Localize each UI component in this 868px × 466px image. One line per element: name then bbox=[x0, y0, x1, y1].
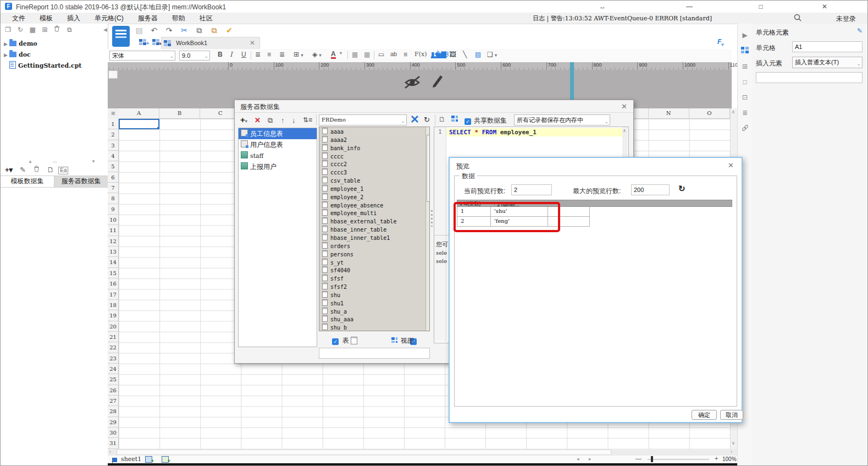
db-table-item[interactable]: cccc3 bbox=[319, 168, 429, 176]
connection-config-icon[interactable] bbox=[411, 115, 419, 125]
bias-cell-icon[interactable]: ▤ bbox=[475, 51, 481, 58]
font-size-select[interactable]: 9.0⌄ bbox=[179, 51, 210, 61]
fv-parameter-icon[interactable]: Fv bbox=[717, 38, 724, 47]
row-header[interactable]: 19 bbox=[108, 310, 119, 321]
table-list-scroll-thumb[interactable] bbox=[427, 135, 430, 202]
row-header[interactable]: 4 bbox=[108, 151, 119, 161]
row-header[interactable]: 13 bbox=[108, 246, 119, 257]
db-table-item[interactable]: sf4040 bbox=[319, 266, 429, 274]
cut-icon[interactable]: ✂ bbox=[178, 26, 191, 35]
row-header[interactable]: 16 bbox=[108, 278, 119, 289]
font-color-icon[interactable]: A bbox=[331, 51, 336, 59]
db-table-item[interactable]: employee_1 bbox=[319, 184, 429, 193]
font-family-select[interactable]: 宋体⌄ bbox=[109, 51, 175, 61]
text-control-icon[interactable]: ab bbox=[390, 51, 397, 57]
zoom-out-icon[interactable]: — bbox=[635, 455, 642, 462]
widget-icon[interactable]: ❑ ▾ bbox=[487, 51, 497, 58]
row-header[interactable]: 23 bbox=[108, 353, 119, 364]
bold-button[interactable]: B bbox=[218, 51, 223, 58]
collapse-left-panel-icon[interactable]: ◀ bbox=[103, 27, 107, 32]
scroll-left-icon[interactable]: ‹ bbox=[109, 449, 111, 454]
hide-parameter-pane-icon[interactable] bbox=[403, 75, 421, 91]
cell-style-icon[interactable]: ▭ bbox=[378, 51, 384, 58]
selected-cell-a1[interactable] bbox=[119, 119, 159, 129]
db-table-item[interactable]: hbase_inner_table bbox=[319, 225, 429, 233]
remove-dataset-button[interactable]: ✕ bbox=[255, 116, 261, 124]
db-table-item[interactable]: cccc bbox=[319, 152, 429, 160]
align-center-icon[interactable]: ≡ bbox=[267, 51, 271, 58]
copy-template-icon[interactable]: ⧉ bbox=[64, 26, 75, 34]
prev-sheet-icon[interactable]: ◂ bbox=[577, 456, 579, 462]
row-header[interactable]: 3 bbox=[108, 140, 119, 151]
redo-icon[interactable]: ↷ bbox=[163, 26, 176, 35]
table-filter-input[interactable] bbox=[319, 348, 430, 359]
rich-text-icon[interactable]: ≡ bbox=[403, 51, 407, 58]
tab-workbook1[interactable]: WorkBook1 ✕ bbox=[161, 37, 260, 50]
refresh-preview-icon[interactable]: ↻ bbox=[678, 184, 685, 194]
db-table-item[interactable]: sfsf2 bbox=[319, 282, 429, 290]
db-table-item[interactable]: hbase_external_table bbox=[319, 217, 429, 225]
cell-content-input[interactable] bbox=[756, 72, 863, 83]
new-grid-report-icon[interactable]: + bbox=[139, 39, 149, 47]
row-header[interactable]: 31 bbox=[108, 438, 119, 448]
edit-dataset-icon[interactable]: ✎ bbox=[16, 166, 29, 174]
ok-button[interactable]: 确定 bbox=[692, 410, 717, 420]
window-restore-icon[interactable]: ↔ bbox=[594, 2, 611, 12]
formula-icon[interactable]: F(x) bbox=[414, 51, 427, 58]
move-up-button[interactable]: ↑ bbox=[281, 116, 285, 124]
format-painter-icon[interactable]: ✔ bbox=[223, 26, 236, 35]
column-header[interactable]: A bbox=[119, 108, 159, 119]
add-dataset-button[interactable]: +▾ bbox=[3, 166, 15, 174]
undo-icon[interactable]: ↶ bbox=[147, 26, 161, 35]
widget-settings-tab-icon[interactable]: ⊡ bbox=[738, 94, 752, 101]
db-table-item[interactable]: s_yt bbox=[319, 258, 429, 266]
row-header[interactable]: 22 bbox=[108, 342, 119, 353]
db-table-item[interactable]: shu bbox=[319, 290, 429, 299]
db-table-item[interactable]: aaaa2 bbox=[319, 135, 429, 144]
sort-button[interactable]: ⇅≡ bbox=[303, 116, 312, 124]
max-rows-input[interactable] bbox=[631, 184, 670, 195]
add-chart-sheet-icon[interactable]: + bbox=[162, 456, 169, 464]
db-table-item[interactable]: shu_aaa bbox=[319, 315, 429, 323]
dataset-item[interactable]: 上报用户 bbox=[239, 161, 317, 172]
copy-dataset-button[interactable]: ⧉ bbox=[268, 116, 273, 125]
menu-item[interactable]: 文件 bbox=[5, 13, 32, 24]
row-header[interactable]: 11 bbox=[108, 225, 119, 235]
align-left-icon[interactable]: ≣ bbox=[255, 51, 261, 58]
db-table-item[interactable]: aaaa bbox=[319, 127, 429, 135]
unmerge-cells-icon[interactable]: ▦ bbox=[364, 51, 370, 58]
scroll-down-icon[interactable]: ∨ bbox=[732, 441, 735, 446]
column-header[interactable]: B bbox=[159, 108, 200, 119]
column-header[interactable]: N bbox=[649, 108, 689, 119]
refresh-icon[interactable]: ↻ bbox=[15, 26, 25, 34]
copy-icon[interactable]: ⧉ bbox=[192, 26, 206, 35]
zoom-slider-thumb[interactable] bbox=[651, 456, 653, 462]
batch-edit-icon[interactable]: Ea bbox=[58, 167, 68, 174]
scroll-right-icon[interactable]: › bbox=[731, 449, 732, 454]
db-table-item[interactable]: persons bbox=[319, 250, 429, 258]
sql-current-line[interactable]: SELECT * FROM employee_1 bbox=[447, 128, 624, 136]
row-header[interactable]: 10 bbox=[108, 215, 119, 225]
db-table-item[interactable]: sfsf bbox=[319, 274, 429, 282]
paste-icon[interactable]: ⧉ bbox=[208, 26, 221, 35]
db-table-item[interactable]: shu_b bbox=[319, 323, 429, 331]
login-status[interactable]: 未登录 bbox=[836, 14, 856, 24]
install-template-icon[interactable]: ⊞ bbox=[40, 26, 50, 34]
connection-select[interactable]: FRDemo⌄ bbox=[319, 114, 407, 125]
condition-attr-tab-icon[interactable]: ≣ bbox=[738, 109, 752, 117]
cancel-button[interactable]: 取消 bbox=[720, 410, 743, 420]
db-table-item[interactable]: bank_info bbox=[319, 144, 429, 152]
sheet-tab[interactable]: sheet1 bbox=[121, 456, 141, 463]
row-header[interactable]: 15 bbox=[108, 268, 119, 278]
view-mode-icon[interactable]: ▦ bbox=[27, 26, 38, 34]
zoom-in-icon[interactable]: + bbox=[715, 455, 718, 462]
row-header[interactable]: 30 bbox=[108, 427, 119, 438]
delete-icon[interactable] bbox=[52, 25, 62, 34]
row-header[interactable]: 17 bbox=[108, 289, 119, 300]
refresh-connection-icon[interactable]: ↻ bbox=[424, 116, 430, 124]
tree-item-gettingstarted[interactable]: GettingStarted.cpt bbox=[1, 60, 108, 71]
insert-element-select[interactable]: 插入普通文本(T)⌄ bbox=[792, 57, 863, 68]
db-table-item[interactable]: employee_absence bbox=[319, 201, 429, 209]
row-header[interactable]: 29 bbox=[108, 417, 119, 427]
sql-scroll-up-icon[interactable]: ∧ bbox=[623, 128, 626, 133]
